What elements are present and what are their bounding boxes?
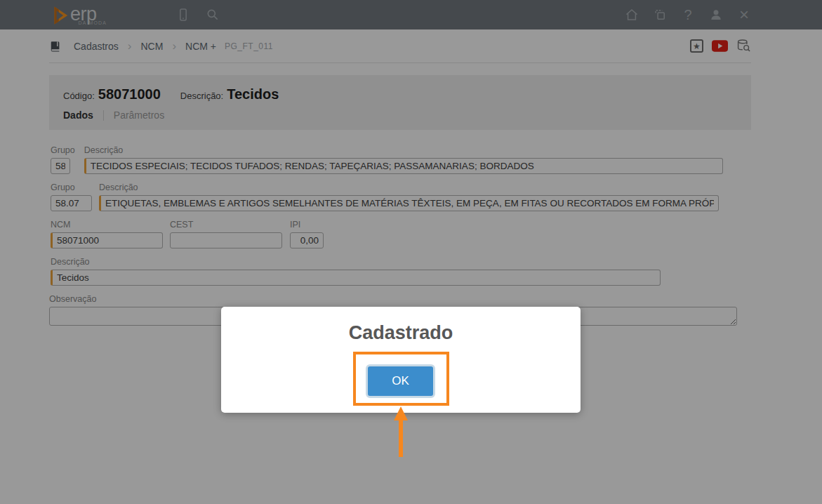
page: erp DA MODA (0, 0, 822, 504)
modal-title: Cadastrado (221, 322, 581, 344)
ok-highlight-box (353, 352, 449, 406)
arrow-up-icon (394, 406, 408, 420)
modal-overlay (0, 0, 822, 504)
arrow-shaft (399, 419, 403, 457)
